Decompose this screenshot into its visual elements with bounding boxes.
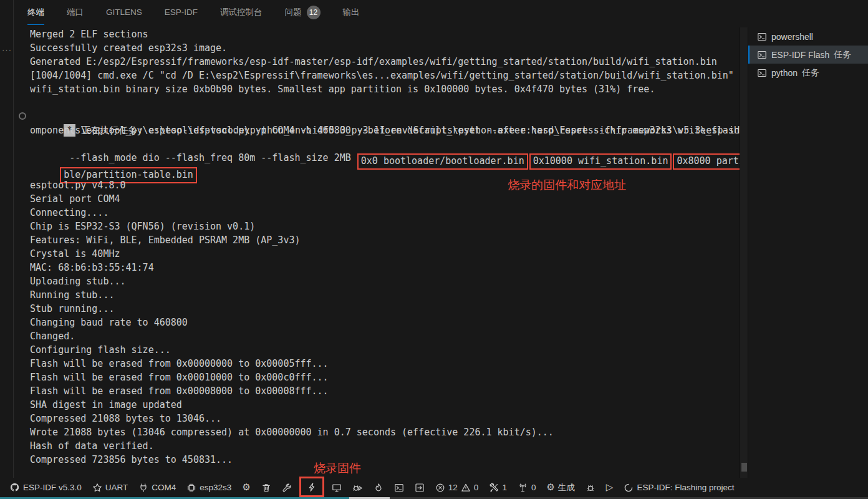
terminal-icon xyxy=(757,50,767,60)
build-label: 生成 xyxy=(558,482,575,493)
terminal-output[interactable]: Merged 2 ELF sections Successfully creat… xyxy=(16,27,740,478)
terminal-line: Flash will be erased from 0x00008000 to … xyxy=(30,384,740,398)
wrench-icon xyxy=(282,483,292,493)
tools-count-item[interactable]: 1 xyxy=(486,478,510,497)
terminal-line: Configuring flash size... xyxy=(30,343,740,357)
debug-item[interactable] xyxy=(349,478,366,497)
play-item[interactable]: ▷ xyxy=(603,478,617,497)
task-status-item[interactable]: ESP-IDF: Flashing project xyxy=(620,478,737,497)
terminal-line: Changed. xyxy=(30,329,740,343)
gear-icon: ⚙ xyxy=(242,483,250,492)
terminal-list-item-powershell[interactable]: powershell xyxy=(748,27,868,46)
box-arrow-icon xyxy=(415,483,425,493)
build-item[interactable]: ⚙ 生成 xyxy=(543,478,577,497)
terminal-line: Chip is ESP32-S3 (QFN56) (revision v0.1) xyxy=(30,220,740,233)
flash-device-item[interactable] xyxy=(299,477,324,497)
terminal-scrollbar-thumb[interactable] xyxy=(741,463,747,472)
github-icon xyxy=(9,482,20,493)
problems-status-item[interactable]: 12 0 xyxy=(432,478,482,497)
lightning-bolt-icon xyxy=(307,482,317,492)
spinner-icon xyxy=(624,483,634,493)
settings-gear-item[interactable]: ⚙ xyxy=(239,478,253,497)
full-clean-item[interactable] xyxy=(258,478,274,497)
terminal-line: Serial port COM4 xyxy=(30,192,740,206)
tab-debug-console[interactable]: 调试控制台 xyxy=(220,1,263,25)
tab-gitlens[interactable]: GITLENS xyxy=(106,1,142,25)
terminal-line: MAC: 68:b6:b3:55:41:74 xyxy=(30,261,740,274)
star-icon xyxy=(92,483,102,493)
espidf-version-item[interactable]: ESP-IDF v5.3.0 xyxy=(6,478,85,497)
terminal-line: Hash of data verified. xyxy=(30,439,740,453)
problems-count-badge: 12 xyxy=(307,6,321,19)
erase-flash-item[interactable] xyxy=(370,478,387,497)
error-count: 12 xyxy=(448,483,458,492)
command-decoration-circle[interactable] xyxy=(19,112,26,120)
terminal-line: SHA digest in image updated xyxy=(30,398,740,412)
terminal-line: Generated E:/esp2/Espressif/frameworks/e… xyxy=(30,55,740,69)
uart-mode-item[interactable]: UART xyxy=(89,478,132,497)
terminal-line: Flash will be erased from 0x00010000 to … xyxy=(30,371,740,384)
terminal-line: wifi_station.bin binary size 0xb0b90 byt… xyxy=(30,82,740,96)
gear-icon: ⚙ xyxy=(546,483,554,492)
terminal-list-item-python[interactable]: python 任务 xyxy=(748,64,868,82)
uart-label: UART xyxy=(105,483,128,492)
tab-esp-idf[interactable]: ESP-IDF xyxy=(165,1,198,25)
tab-output[interactable]: 输出 xyxy=(343,1,360,25)
task-status-label: ESP-IDF: Flashing project xyxy=(637,483,734,492)
terminal-icon xyxy=(757,68,767,78)
tab-problems[interactable]: 问题 12 xyxy=(285,1,321,25)
terminal-line: Compressed 21088 bytes to 13046... xyxy=(30,412,740,425)
serial-port-item[interactable]: COM4 xyxy=(135,478,179,497)
terminal-line: Crystal is 40MHz xyxy=(30,247,740,261)
terminal-item-type: 任务 xyxy=(802,67,819,79)
monitor-icon xyxy=(332,483,342,493)
terminal-item-label: powershell xyxy=(771,32,813,42)
espidf-version-label: ESP-IDF v5.3.0 xyxy=(23,483,82,492)
task-command-line: *正在执行任务: e:\esp-idf-vscode\python_env\id… xyxy=(30,110,740,124)
terminal-line: Connecting.... xyxy=(30,206,740,220)
terminal-line: Stub running... xyxy=(30,302,740,316)
debug-start-icon xyxy=(352,483,363,493)
bug-icon xyxy=(586,483,596,493)
tools-count: 1 xyxy=(502,483,507,492)
antenna-icon xyxy=(518,483,528,493)
device-target-item[interactable]: esp32s3 xyxy=(183,478,234,497)
terminal-blank-line xyxy=(30,96,740,110)
terminal-list-item-espidf-flash[interactable]: ESP-IDF Flash 任务 xyxy=(748,46,868,64)
terminal-writing-line: Writing at 0x00087028... (71 %) xyxy=(30,467,740,478)
warning-count: 0 xyxy=(474,483,479,492)
tab-terminal[interactable]: 终端 xyxy=(27,1,44,25)
terminal-icon xyxy=(757,32,767,42)
tab-ports[interactable]: 端口 xyxy=(67,1,84,25)
terminal-line: esptool.py v4.8.0 xyxy=(30,178,740,192)
annotation-row: 烧录的固件和对应地址 xyxy=(30,165,740,178)
idf-terminal-item[interactable] xyxy=(391,478,407,497)
terminal-line: Successfully created esp32s3 image. xyxy=(30,41,740,55)
error-circle-icon xyxy=(435,483,445,493)
terminal-line: Uploading stub... xyxy=(30,274,740,288)
warning-triangle-icon xyxy=(461,483,471,493)
terminal-line: Compressed 723856 bytes to 450831... xyxy=(30,453,740,467)
crossed-tools-icon xyxy=(489,483,499,493)
flash-button-annotation: 烧录固件 xyxy=(314,460,361,477)
terminal-list-panel: powershell ESP-IDF Flash 任务 python 任务 xyxy=(748,27,868,478)
monitor-device-item[interactable] xyxy=(329,478,345,497)
terminal-line: Merged 2 ELF sections xyxy=(30,27,740,41)
chip-icon xyxy=(186,483,196,493)
build-tools-item[interactable] xyxy=(279,478,295,497)
terminal-line: Flash will be erased from 0x00000000 to … xyxy=(30,357,740,371)
vscode-panel: 终端 端口 GITLENS ESP-IDF 调试控制台 问题 12 输出 ···… xyxy=(0,0,868,499)
bug-item[interactable] xyxy=(582,478,599,497)
more-actions-ellipsis[interactable]: ··· xyxy=(2,45,12,54)
plug-icon xyxy=(138,483,148,493)
trash-icon xyxy=(261,483,271,493)
run-in-terminal-item[interactable] xyxy=(412,478,428,497)
terminal-item-label: python xyxy=(771,68,798,78)
terminal-scrollbar[interactable] xyxy=(740,27,748,478)
terminal-line: [1004/1004] cmd.exe /C "cd /D E:\esp2\Es… xyxy=(30,69,740,82)
antenna-count-item[interactable]: 0 xyxy=(514,478,539,497)
terminal-icon xyxy=(394,483,404,493)
antenna-count: 0 xyxy=(531,483,536,492)
status-bar: ESP-IDF v5.3.0 UART COM4 esp32s3 ⚙ xyxy=(0,478,868,497)
flash-args-line: --flash_mode dio --flash_freq 80m --flas… xyxy=(30,137,740,151)
